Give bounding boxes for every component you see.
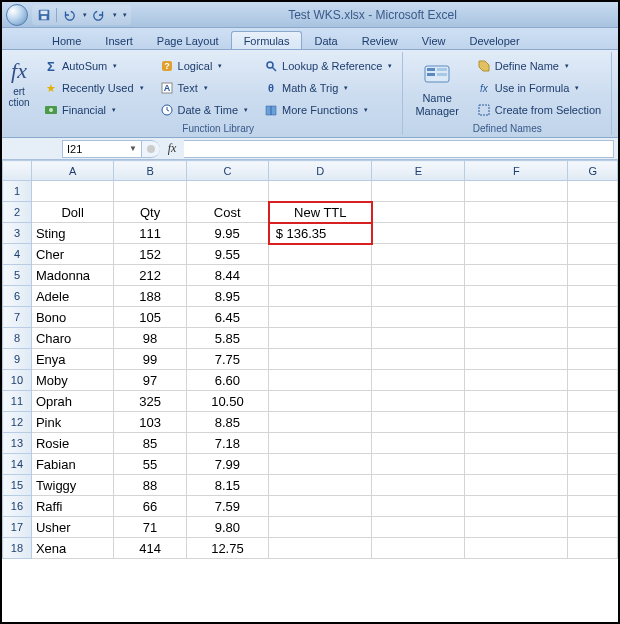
row-header[interactable]: 13: [3, 433, 32, 454]
morefn-button[interactable]: More Functions▾: [260, 100, 396, 120]
row-header[interactable]: 16: [3, 496, 32, 517]
table-cell[interactable]: 8.85: [186, 412, 269, 433]
table-cell[interactable]: 9.55: [186, 244, 269, 265]
row-header[interactable]: 4: [3, 244, 32, 265]
create-from-selection-button[interactable]: Create from Selection: [473, 100, 605, 120]
table-cell[interactable]: 8.44: [186, 265, 269, 286]
table-cell[interactable]: Twiggy: [31, 475, 114, 496]
select-all-corner[interactable]: [3, 161, 32, 181]
redo-dropdown-icon[interactable]: ▾: [113, 11, 117, 19]
highlight-cell[interactable]: $ 136.35: [269, 223, 372, 244]
table-cell[interactable]: 6.60: [186, 370, 269, 391]
table-cell[interactable]: Raffi: [31, 496, 114, 517]
table-cell[interactable]: 188: [114, 286, 186, 307]
formula-input[interactable]: [184, 140, 614, 158]
table-cell[interactable]: 105: [114, 307, 186, 328]
table-cell[interactable]: Charo: [31, 328, 114, 349]
insert-function-button[interactable]: fx ertction: [4, 52, 34, 135]
table-cell[interactable]: 55: [114, 454, 186, 475]
table-cell[interactable]: 7.75: [186, 349, 269, 370]
use-in-formula-button[interactable]: fx Use in Formula▾: [473, 78, 605, 98]
lookup-button[interactable]: Lookup & Reference▾: [260, 56, 396, 76]
header-doll[interactable]: Doll: [31, 202, 114, 223]
tab-view[interactable]: View: [410, 32, 458, 49]
undo-dropdown-icon[interactable]: ▾: [83, 11, 87, 19]
tab-home[interactable]: Home: [40, 32, 93, 49]
table-cell[interactable]: 6.45: [186, 307, 269, 328]
table-cell[interactable]: Oprah: [31, 391, 114, 412]
table-cell[interactable]: Usher: [31, 517, 114, 538]
undo-icon[interactable]: [61, 7, 77, 23]
table-cell[interactable]: 212: [114, 265, 186, 286]
table-cell[interactable]: 98: [114, 328, 186, 349]
datetime-button[interactable]: Date & Time▾: [156, 100, 253, 120]
table-cell[interactable]: 12.75: [186, 538, 269, 559]
row-header[interactable]: 11: [3, 391, 32, 412]
table-cell[interactable]: Moby: [31, 370, 114, 391]
table-cell[interactable]: 7.18: [186, 433, 269, 454]
row-header[interactable]: 2: [3, 202, 32, 223]
table-cell[interactable]: 414: [114, 538, 186, 559]
header-qty[interactable]: Qty: [114, 202, 186, 223]
header-newttl[interactable]: New TTL: [269, 202, 372, 223]
row-header[interactable]: 6: [3, 286, 32, 307]
table-cell[interactable]: Sting: [31, 223, 114, 244]
table-cell[interactable]: 152: [114, 244, 186, 265]
table-cell[interactable]: 71: [114, 517, 186, 538]
redo-icon[interactable]: [91, 7, 107, 23]
row-header[interactable]: 7: [3, 307, 32, 328]
table-cell[interactable]: 8.95: [186, 286, 269, 307]
row-header[interactable]: 3: [3, 223, 32, 244]
col-header-E[interactable]: E: [372, 161, 465, 181]
row-header[interactable]: 12: [3, 412, 32, 433]
table-cell[interactable]: 10.50: [186, 391, 269, 412]
logical-button[interactable]: ? Logical▾: [156, 56, 253, 76]
name-box[interactable]: I21 ▼: [62, 140, 142, 158]
col-header-A[interactable]: A: [31, 161, 114, 181]
row-header[interactable]: 8: [3, 328, 32, 349]
row-header[interactable]: 18: [3, 538, 32, 559]
financial-button[interactable]: Financial▾: [40, 100, 148, 120]
table-cell[interactable]: 5.85: [186, 328, 269, 349]
tab-data[interactable]: Data: [302, 32, 349, 49]
table-cell[interactable]: 111: [114, 223, 186, 244]
table-cell[interactable]: Bono: [31, 307, 114, 328]
text-button[interactable]: A Text▾: [156, 78, 253, 98]
tab-pagelayout[interactable]: Page Layout: [145, 32, 231, 49]
row-header[interactable]: 9: [3, 349, 32, 370]
table-cell[interactable]: 7.59: [186, 496, 269, 517]
col-header-C[interactable]: C: [186, 161, 269, 181]
table-cell[interactable]: 8.15: [186, 475, 269, 496]
save-icon[interactable]: [36, 7, 52, 23]
table-cell[interactable]: Cher: [31, 244, 114, 265]
table-cell[interactable]: Xena: [31, 538, 114, 559]
table-cell[interactable]: 85: [114, 433, 186, 454]
row-header[interactable]: 14: [3, 454, 32, 475]
table-cell[interactable]: 99: [114, 349, 186, 370]
qat-customize-icon[interactable]: ▾: [123, 11, 127, 19]
row-header[interactable]: 1: [3, 181, 32, 202]
row-header[interactable]: 17: [3, 517, 32, 538]
name-box-dropdown-icon[interactable]: ▼: [129, 144, 137, 153]
tab-insert[interactable]: Insert: [93, 32, 145, 49]
tab-review[interactable]: Review: [350, 32, 410, 49]
define-name-button[interactable]: Define Name▾: [473, 56, 605, 76]
col-header-F[interactable]: F: [465, 161, 568, 181]
autosum-button[interactable]: Σ AutoSum▾: [40, 56, 148, 76]
table-cell[interactable]: 325: [114, 391, 186, 412]
table-cell[interactable]: Adele: [31, 286, 114, 307]
col-header-B[interactable]: B: [114, 161, 186, 181]
header-cost[interactable]: Cost: [186, 202, 269, 223]
row-header[interactable]: 10: [3, 370, 32, 391]
table-cell[interactable]: 9.95: [186, 223, 269, 244]
row-header[interactable]: 5: [3, 265, 32, 286]
table-cell[interactable]: 66: [114, 496, 186, 517]
recently-used-button[interactable]: ★ Recently Used▾: [40, 78, 148, 98]
table-cell[interactable]: Rosie: [31, 433, 114, 454]
table-cell[interactable]: 7.99: [186, 454, 269, 475]
table-cell[interactable]: Enya: [31, 349, 114, 370]
mathtrig-button[interactable]: θ Math & Trig▾: [260, 78, 396, 98]
col-header-D[interactable]: D: [269, 161, 372, 181]
tab-formulas[interactable]: Formulas: [231, 31, 303, 49]
table-cell[interactable]: Fabian: [31, 454, 114, 475]
